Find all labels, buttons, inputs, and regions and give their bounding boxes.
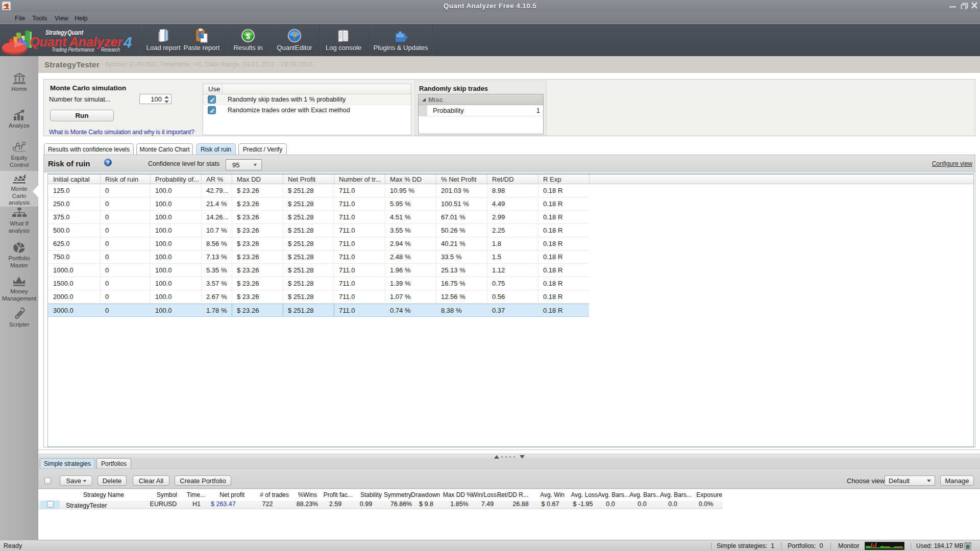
svg-text:?: ?: [106, 160, 109, 166]
svg-text:Research: Research: [101, 46, 120, 53]
svg-text:Trading Performance: Trading Performance: [52, 46, 94, 53]
svg-text:$: $: [246, 32, 251, 40]
